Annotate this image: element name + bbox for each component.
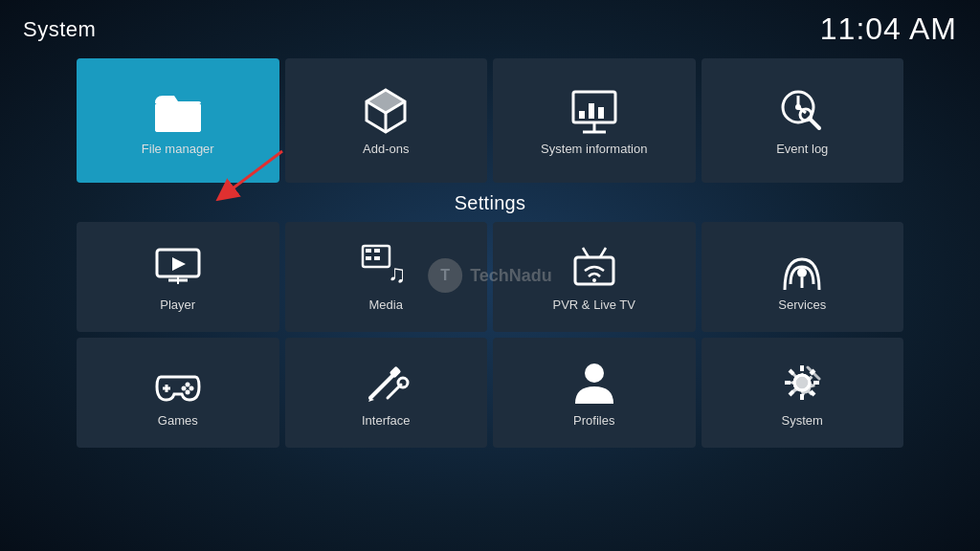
tile-file-manager-label: File manager: [142, 142, 214, 156]
media-icon: ♫: [361, 242, 411, 292]
tile-add-ons[interactable]: Add-ons: [285, 58, 488, 183]
tile-system-information-label: System information: [541, 142, 647, 156]
svg-line-59: [790, 391, 793, 395]
event-log-icon: [777, 86, 827, 136]
settings-row-1: Player ♫ Media: [77, 222, 903, 332]
tile-profiles-label: Profiles: [573, 413, 614, 428]
games-icon: [153, 358, 203, 408]
tile-interface[interactable]: Interface: [285, 338, 488, 448]
app-title: System: [23, 17, 96, 42]
svg-rect-11: [579, 111, 585, 119]
svg-rect-2: [155, 107, 201, 132]
tile-profiles[interactable]: Profiles: [493, 338, 696, 448]
tile-file-manager[interactable]: File manager: [77, 58, 279, 183]
profiles-icon: [569, 358, 619, 408]
svg-point-49: [585, 364, 604, 383]
player-icon: [153, 242, 203, 292]
svg-rect-28: [374, 249, 380, 253]
add-ons-icon: [361, 86, 411, 136]
system-info-icon: [569, 86, 619, 136]
svg-rect-29: [366, 256, 371, 260]
svg-rect-13: [598, 107, 604, 119]
top-bar: System 11:04 AM: [0, 0, 980, 55]
tile-event-log[interactable]: Event log: [702, 58, 904, 183]
tile-system-label: System: [782, 413, 823, 428]
tile-player[interactable]: Player: [77, 222, 279, 332]
file-manager-icon: [153, 86, 203, 136]
tile-services[interactable]: Services: [702, 222, 904, 332]
svg-point-41: [189, 386, 193, 391]
settings-section-header: Settings: [0, 183, 980, 222]
services-icon: [777, 242, 827, 292]
tile-media-label: Media: [369, 298, 403, 312]
svg-point-43: [181, 386, 186, 391]
top-tiles-row: File manager Add-ons System information: [0, 58, 980, 183]
tile-games[interactable]: Games: [77, 338, 279, 448]
tile-system-information[interactable]: System information: [493, 58, 696, 183]
tile-interface-label: Interface: [362, 413, 411, 428]
svg-point-36: [797, 268, 807, 277]
tile-pvr-live-tv-label: PVR & Live TV: [553, 298, 635, 312]
svg-point-42: [185, 390, 189, 395]
svg-point-40: [185, 383, 189, 387]
svg-line-57: [811, 391, 814, 395]
tile-services-label: Services: [778, 298, 826, 312]
tile-event-log-label: Event log: [776, 142, 828, 156]
svg-text:♫: ♫: [388, 259, 407, 288]
svg-point-17: [795, 104, 801, 110]
svg-rect-12: [589, 103, 594, 119]
svg-line-18: [810, 119, 819, 128]
svg-point-35: [592, 278, 596, 282]
tile-system[interactable]: System: [702, 338, 904, 448]
pvr-live-tv-icon: [569, 242, 619, 292]
tile-player-label: Player: [160, 298, 195, 312]
interface-icon: [361, 358, 411, 408]
svg-rect-27: [366, 249, 371, 253]
tile-pvr-live-tv[interactable]: PVR & Live TV: [493, 222, 696, 332]
tile-games-label: Games: [158, 413, 198, 428]
system-icon: [777, 358, 827, 408]
svg-marker-23: [172, 257, 186, 271]
svg-marker-4: [367, 90, 405, 113]
settings-grid: Player ♫ Media: [0, 222, 980, 448]
tile-add-ons-label: Add-ons: [363, 142, 409, 156]
svg-point-48: [398, 378, 408, 387]
tile-media[interactable]: ♫ Media: [285, 222, 488, 332]
settings-row-2: Games Interface Profiles: [77, 338, 903, 448]
clock: 11:04 AM: [820, 11, 957, 47]
svg-line-56: [790, 370, 793, 374]
svg-rect-30: [374, 256, 380, 260]
